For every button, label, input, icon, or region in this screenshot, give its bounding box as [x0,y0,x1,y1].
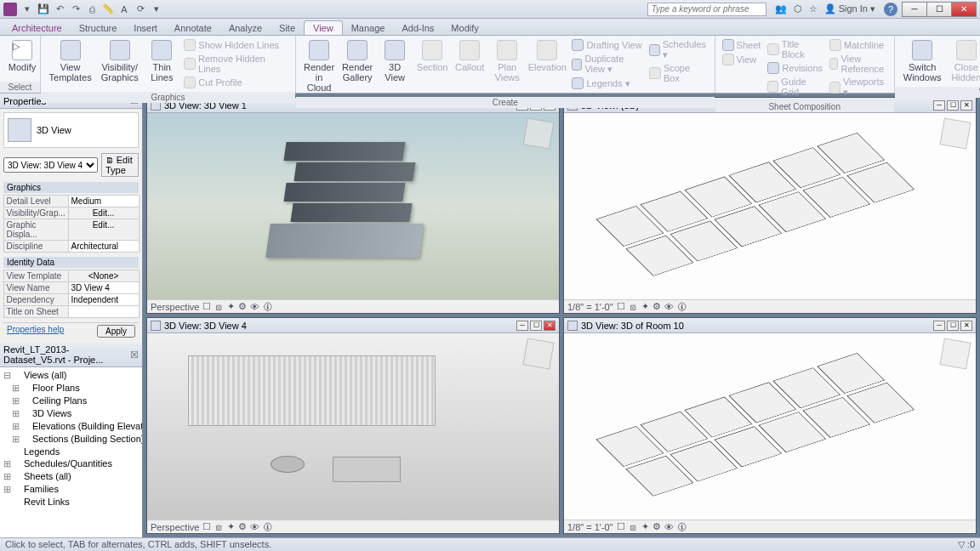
signin-button[interactable]: 👤 Sign In ▾ [824,3,875,14]
tree-item[interactable]: ⊞Families [2,483,140,496]
qat-sync-icon[interactable]: ⟳ [134,3,147,16]
vb-icon[interactable]: ☐ [202,521,211,532]
view-max-icon[interactable]: ☐ [947,321,959,331]
view-min-icon[interactable]: ─ [933,321,945,331]
qat-redo-icon[interactable]: ↷ [69,3,83,16]
edit-type-button[interactable]: 🗎 Edit Type [101,153,139,177]
vb-icon[interactable]: ✦ [227,301,235,312]
vb-icon[interactable]: ✦ [641,301,649,312]
vb-icon[interactable]: 👁 [664,302,674,312]
detail-level-value[interactable]: Medium [68,195,140,207]
view-canvas[interactable] [147,333,559,520]
view-max-icon[interactable]: ☐ [947,100,959,111]
browser-close-icon[interactable]: ☒ [130,349,139,361]
scale-label[interactable]: Perspective [151,522,199,532]
minimize-button[interactable]: ─ [902,2,927,17]
tree-item[interactable]: ⊞Ceiling Plans [2,395,140,407]
modify-button[interactable]: ▷ Modify [5,38,39,74]
tree-item[interactable]: ⊞Sheets (all) [2,470,140,483]
render-gallery-button[interactable]: Render Gallery [340,38,374,84]
render-cloud-button[interactable]: Render in Cloud [301,38,337,94]
tab-annotate[interactable]: Annotate [166,21,220,35]
vb-icon[interactable]: 👁 [250,522,259,532]
tree-item[interactable]: Legends [2,446,140,457]
scale-label[interactable]: 1/8" = 1'-0" [567,302,613,312]
tos-value[interactable] [68,305,140,318]
tab-manage[interactable]: Manage [343,21,394,35]
vb-icon[interactable]: ✦ [227,521,235,532]
thin-lines-button[interactable]: Thin Lines [145,38,179,84]
tab-site[interactable]: Site [271,21,304,35]
vb-icon[interactable]: ☐ [202,301,211,312]
qat-more-icon[interactable]: ▾ [150,3,163,16]
qat-open-icon[interactable]: ▾ [20,3,34,16]
visibility-button[interactable]: Visibility/ Graphics [98,38,141,84]
revisions-button[interactable]: Revisions [766,61,824,75]
tree-item[interactable]: ⊞Sections (Building Section) [2,433,140,446]
vb-icon[interactable]: ⚙ [652,521,661,532]
vb-icon[interactable]: 👁 [250,302,259,312]
vb-icon[interactable]: 🛈 [263,302,272,312]
vb-icon[interactable]: 🛈 [677,302,687,312]
sheet-button[interactable]: Sheet [721,38,763,52]
favorite-icon[interactable]: ☆ [809,3,818,14]
app-icon[interactable] [3,3,17,16]
vb-icon[interactable]: ⦻ [214,302,224,312]
help-icon[interactable]: ? [884,3,897,16]
tree-item[interactable]: Revit Links [2,496,140,508]
search-input[interactable] [647,3,766,16]
view-close-icon[interactable]: ✕ [960,321,972,331]
disc-value[interactable]: Architectural [68,240,140,253]
vb-icon[interactable]: 🛈 [263,522,272,532]
legends-button[interactable]: Legends ▾ [570,77,644,90]
view-min-icon[interactable]: ─ [933,100,945,111]
vb-icon[interactable]: ☐ [617,301,625,312]
view-canvas[interactable] [564,333,976,520]
tree-item[interactable]: ⊞3D Views [2,407,140,420]
tab-modify[interactable]: Modify [442,21,487,35]
close-button[interactable]: ✕ [951,2,977,17]
qat-measure-icon[interactable]: 📏 [101,3,115,16]
tab-architecture[interactable]: Architecture [3,21,71,35]
vb-icon[interactable]: ⚙ [238,521,247,532]
vname-value[interactable]: 3D View 4 [68,281,140,294]
qat-undo-icon[interactable]: ↶ [53,3,66,16]
view-min-icon[interactable]: ─ [516,321,528,331]
tree-item[interactable]: ⊞Elevations (Building Elevation) [2,420,140,433]
properties-help-link[interactable]: Properties help [7,325,64,338]
switch-windows-button[interactable]: Switch Windows [900,38,945,84]
view-max-icon[interactable]: ☐ [530,321,542,331]
drafting-view-button[interactable]: Drafting View [570,38,644,52]
vtpl-button[interactable]: <None> [68,270,140,282]
tree-item[interactable]: ⊞Floor Plans [2,382,140,395]
qat-save-icon[interactable]: 💾 [37,3,50,16]
duplicate-view-button[interactable]: Duplicate View ▾ [570,53,644,76]
tree-item[interactable]: ⊟Views (all) [2,369,140,382]
viewcube-icon[interactable] [939,338,971,369]
scale-label[interactable]: Perspective [151,302,199,312]
scale-label[interactable]: 1/8" = 1'-0" [567,522,613,532]
viewcube-icon[interactable] [522,117,554,149]
disp-edit-button[interactable]: Edit... [68,219,140,241]
view-titlebar[interactable]: 3D View: 3D of Room 10─☐✕ [564,318,976,333]
vb-icon[interactable]: ⦻ [214,522,224,532]
subscription-icon[interactable]: 👥 [775,3,787,14]
view-close-icon[interactable]: ✕ [960,100,972,111]
tab-analyze[interactable]: Analyze [220,21,271,35]
qat-text-icon[interactable]: A [117,3,131,16]
vb-icon[interactable]: 👁 [664,522,674,532]
viewcube-icon[interactable] [939,117,971,149]
project-browser[interactable]: ⊟Views (all)⊞Floor Plans⊞Ceiling Plans⊞3… [0,367,142,537]
tab-add-ins[interactable]: Add-Ins [393,21,442,35]
tab-view[interactable]: View [304,20,343,35]
tab-insert[interactable]: Insert [125,21,166,35]
vb-icon[interactable]: ⚙ [652,301,661,312]
exchange-icon[interactable]: ⬡ [794,3,802,14]
schedules-button[interactable]: Schedules ▾ [647,38,709,61]
maximize-button[interactable]: ☐ [926,2,952,17]
apply-button[interactable]: Apply [97,325,135,338]
tab-structure[interactable]: Structure [71,21,126,35]
vb-icon[interactable]: ✦ [641,521,649,532]
view-titlebar[interactable]: 3D View: 3D View 4─☐✕ [147,318,559,333]
3d-view-button[interactable]: 3D View [378,38,412,84]
